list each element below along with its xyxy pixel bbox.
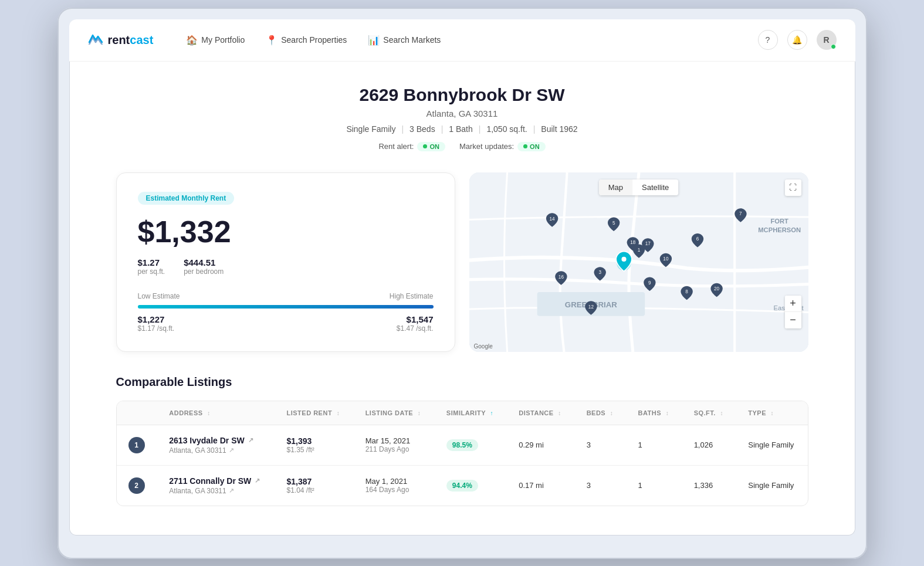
map-view-button[interactable]: Map	[599, 179, 632, 195]
panels-row: Estimated Monthly Rent $1,332 $1.27 per …	[116, 172, 808, 352]
nav-search-properties[interactable]: 📍 Search Properties	[256, 30, 356, 50]
comparable-tbody: 1 2613 Ivydale Dr SW ↗ Atlanta, GA 30311…	[117, 425, 808, 506]
property-title: 2629 Bonnybrook Dr SW	[116, 85, 808, 105]
col-address[interactable]: ADDRESS ↕	[157, 401, 275, 425]
main-content: 2629 Bonnybrook Dr SW Atlanta, GA 30311 …	[69, 62, 855, 530]
nav-portfolio[interactable]: 🏠 My Portfolio	[177, 30, 254, 50]
type-cell: Single Family	[736, 425, 807, 465]
logo-text: rentcast	[108, 33, 154, 47]
market-updates-badge[interactable]: ON	[517, 142, 546, 151]
comparable-section: Comparable Listings ADDRESS ↕ LISTED REN…	[116, 375, 808, 506]
alerts-row: Rent alert: ON Market updates: ON	[116, 142, 808, 151]
address-sub: Atlanta, GA 30311 ↗	[169, 446, 263, 455]
notifications-button[interactable]: 🔔	[787, 30, 807, 50]
property-sqft: 1,050 sq.ft.	[486, 124, 527, 134]
user-avatar[interactable]: R	[817, 30, 837, 50]
map-background: GREENBRIAR East Point FORT MCPHERSON	[469, 172, 808, 352]
col-listing-date[interactable]: LISTING DATE ↕	[354, 401, 435, 425]
map-attribution: Google	[474, 343, 493, 350]
svg-text:10: 10	[663, 256, 669, 261]
table-header: ADDRESS ↕ LISTED RENT ↕ LISTING DATE ↕ S…	[117, 401, 808, 425]
rent-alert-badge[interactable]: ON	[417, 142, 445, 151]
nav-search-markets-label: Search Markets	[383, 35, 441, 45]
low-amount: $1,227	[138, 314, 175, 324]
sep4: |	[533, 124, 536, 134]
range-labels: Low Estimate High Estimate	[138, 292, 434, 300]
similarity-cell: 94.4%	[435, 465, 507, 506]
listed-rent-value: $1,387	[287, 477, 342, 486]
distance-cell: 0.29 mi	[507, 425, 574, 465]
col-baths[interactable]: BATHS ↕	[627, 401, 682, 425]
address-main: 2711 Connally Dr SW ↗	[169, 476, 263, 486]
beds-sort-icon: ↕	[610, 410, 614, 416]
external-link-icon[interactable]: ↗	[248, 436, 253, 444]
address-sort-icon: ↕	[207, 410, 211, 416]
baths-cell: 1	[627, 465, 682, 506]
listed-rent-sort-icon: ↕	[337, 410, 340, 416]
satellite-view-button[interactable]: Satellite	[632, 179, 678, 195]
market-updates-label: Market updates:	[459, 142, 514, 151]
map-zoom-controls: + −	[785, 296, 801, 328]
high-estimate-item: $1,547 $1.47 /sq.ft.	[397, 314, 434, 333]
per-bedroom-lbl: per bedroom	[184, 267, 224, 276]
map-view-controls: Map Satellite	[599, 179, 679, 195]
attribution-text: Google	[474, 343, 493, 350]
help-button[interactable]: ?	[758, 30, 778, 50]
estimate-range: Low Estimate High Estimate $1,227 $1.17 …	[138, 292, 434, 333]
svg-text:9: 9	[648, 280, 651, 285]
address-main: 2613 Ivydale Dr SW ↗	[169, 436, 263, 445]
market-updates-item: Market updates: ON	[459, 142, 546, 151]
svg-text:18: 18	[630, 240, 636, 245]
sep1: |	[401, 124, 404, 134]
sqft-sort-icon: ↕	[720, 410, 723, 416]
distance-cell: 0.17 mi	[507, 465, 574, 506]
col-listed-rent[interactable]: LISTED RENT ↕	[275, 401, 354, 425]
high-amount: $1,547	[397, 314, 434, 324]
svg-text:14: 14	[549, 216, 555, 221]
svg-text:1: 1	[637, 247, 640, 252]
external-link-icon[interactable]: ↗	[255, 477, 260, 484]
svg-text:16: 16	[558, 274, 564, 279]
distance-sort-icon: ↕	[558, 410, 561, 416]
comparable-table-wrapper: ADDRESS ↕ LISTED RENT ↕ LISTING DATE ↕ S…	[116, 401, 808, 506]
listed-rent-value: $1,393	[287, 436, 342, 446]
nav-search-markets[interactable]: 📊 Search Markets	[358, 30, 450, 50]
type-sort-icon: ↕	[771, 410, 774, 416]
row-num-cell: 2	[117, 465, 158, 506]
map-fullscreen-button[interactable]: ⛶	[785, 179, 801, 196]
days-ago: 164 Days Ago	[365, 486, 423, 494]
avatar-initial: R	[823, 35, 829, 45]
col-type[interactable]: TYPE ↕	[736, 401, 807, 425]
listing-date-value: Mar 15, 2021	[365, 436, 423, 445]
logo[interactable]: rentcast	[88, 32, 154, 48]
rent-alert-dot	[423, 144, 427, 148]
nav-right: ? 🔔 R	[758, 30, 837, 50]
link-icon[interactable]: ↗	[229, 487, 234, 494]
col-sqft[interactable]: SQ.FT. ↕	[682, 401, 737, 425]
row-number: 1	[128, 437, 145, 453]
property-type: Single Family	[346, 124, 395, 134]
home-icon: 🏠	[186, 35, 198, 46]
low-sqft: $1.17 /sq.ft.	[138, 324, 175, 333]
table-row: 1 2613 Ivydale Dr SW ↗ Atlanta, GA 30311…	[117, 425, 808, 465]
property-beds: 3 Beds	[409, 124, 435, 134]
laptop-wrapper: rentcast 🏠 My Portfolio 📍 Search Propert…	[57, 8, 867, 559]
col-beds[interactable]: BEDS ↕	[575, 401, 627, 425]
row-num-cell: 1	[117, 425, 158, 465]
svg-text:3: 3	[598, 270, 601, 275]
col-similarity[interactable]: SIMILARITY ↑	[435, 401, 507, 425]
col-num	[117, 401, 158, 425]
listed-rent-cell: $1,393 $1.35 /ft²	[275, 425, 354, 465]
col-distance[interactable]: DISTANCE ↕	[507, 401, 574, 425]
svg-text:5: 5	[612, 220, 615, 225]
svg-text:8: 8	[685, 289, 688, 294]
days-ago: 211 Days Ago	[365, 445, 423, 453]
estimated-monthly-rent-label: Estimated Monthly Rent	[138, 192, 235, 205]
comparable-section-title: Comparable Listings	[116, 375, 808, 389]
zoom-out-button[interactable]: −	[785, 312, 801, 328]
per-sqft-lbl: per sq.ft.	[138, 267, 165, 276]
similarity-badge: 98.5%	[446, 439, 478, 451]
per-sqft-item: $1.27 per sq.ft.	[138, 257, 165, 276]
zoom-in-button[interactable]: +	[785, 296, 801, 312]
link-icon[interactable]: ↗	[229, 446, 234, 454]
